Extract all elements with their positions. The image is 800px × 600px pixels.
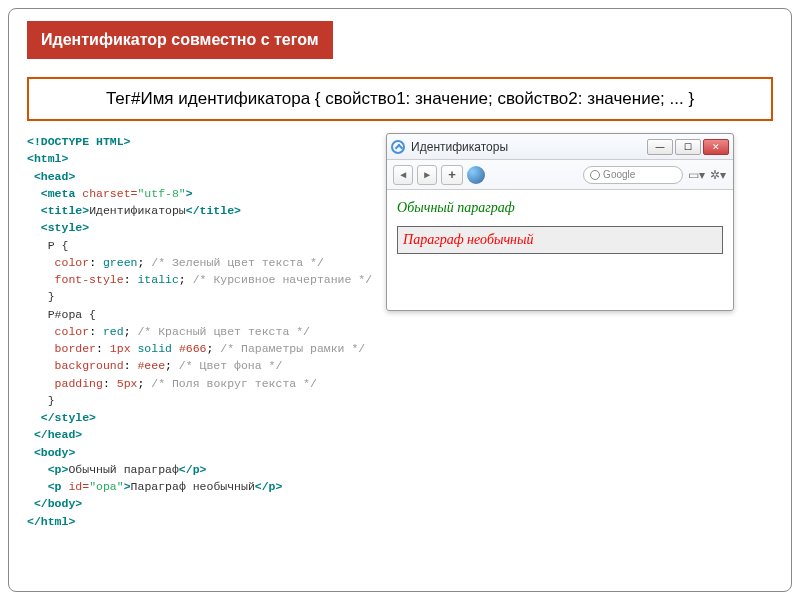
forward-button[interactable]: ► xyxy=(417,165,437,185)
browser-toolbar: ◄ ► + Google ▭▾ ✲▾ xyxy=(387,160,733,190)
code-html-close: </html> xyxy=(27,515,75,528)
code-p2b: border: 1px solid #666; /* Параметры рам… xyxy=(27,342,365,355)
code-doctype: <!DOCTYPE HTML> xyxy=(27,135,131,148)
code-style-close: </style> xyxy=(27,411,96,424)
code-pline1: <p>Обычный параграф</p> xyxy=(27,463,206,476)
browser-title: Идентификаторы xyxy=(411,140,647,154)
minimize-button[interactable]: — xyxy=(647,139,673,155)
content-row: <!DOCTYPE HTML> <html> <head> <meta char… xyxy=(27,133,773,530)
globe-icon xyxy=(467,166,485,184)
code-p2a: color: red; /* Красный цвет текста */ xyxy=(27,325,310,338)
back-button[interactable]: ◄ xyxy=(393,165,413,185)
code-sel1-close: } xyxy=(27,290,55,303)
paragraph-normal: Обычный параграф xyxy=(397,200,723,216)
paragraph-special: Параграф необычный xyxy=(397,226,723,254)
code-head-open: <head> xyxy=(27,170,75,183)
code-pline2: <p id="opa">Параграф необычный</p> xyxy=(27,480,282,493)
code-body-close: </body> xyxy=(27,497,82,510)
maximize-button[interactable]: ☐ xyxy=(675,139,701,155)
code-style-open: <style> xyxy=(27,221,89,234)
code-title: <title>Идентификаторы</title> xyxy=(27,204,241,217)
search-input[interactable]: Google xyxy=(583,166,683,184)
code-head-close: </head> xyxy=(27,428,82,441)
code-p1b: font-style: italic; /* Курсивное начерта… xyxy=(27,273,372,286)
browser-preview: Идентификаторы — ☐ ✕ ◄ ► + Google ▭▾ ✲▾ … xyxy=(386,133,734,311)
close-button[interactable]: ✕ xyxy=(703,139,729,155)
code-p1a: color: green; /* Зеленый цвет текста */ xyxy=(27,256,324,269)
bookmark-icon[interactable]: ▭▾ xyxy=(687,166,705,184)
section-title: Идентификатор совместно с тегом xyxy=(27,21,333,59)
code-html-open: <html> xyxy=(27,152,68,165)
code-meta: <meta charset="utf-8"> xyxy=(27,187,193,200)
code-listing: <!DOCTYPE HTML> <html> <head> <meta char… xyxy=(27,133,372,530)
browser-titlebar: Идентификаторы — ☐ ✕ xyxy=(387,134,733,160)
gear-icon[interactable]: ✲▾ xyxy=(709,166,727,184)
code-p2c: background: #eee; /* Цвет фона */ xyxy=(27,359,282,372)
window-buttons: — ☐ ✕ xyxy=(647,139,729,155)
code-sel1: P { xyxy=(27,239,68,252)
code-sel2-close: } xyxy=(27,394,55,407)
syntax-definition: Тег#Имя идентификатора { свойство1: знач… xyxy=(27,77,773,121)
slide-container: Идентификатор совместно с тегом Тег#Имя … xyxy=(8,8,792,592)
code-body-open: <body> xyxy=(27,446,75,459)
code-p2d: padding: 5px; /* Поля вокруг текста */ xyxy=(27,377,317,390)
code-sel2: P#opa { xyxy=(27,308,96,321)
browser-viewport: Обычный параграф Параграф необычный xyxy=(387,190,733,264)
new-tab-button[interactable]: + xyxy=(441,165,463,185)
page-icon xyxy=(391,140,405,154)
